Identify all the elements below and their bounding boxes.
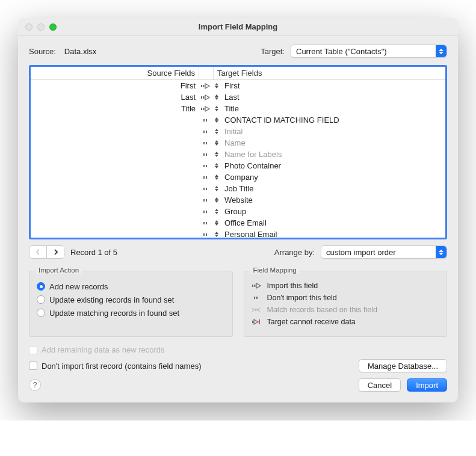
svg-rect-26 xyxy=(203,233,205,236)
mapping-row[interactable]: CONTACT ID MATCHING FIELD xyxy=(31,114,445,126)
svg-rect-29 xyxy=(254,285,255,287)
mapping-arrow-icon[interactable] xyxy=(199,140,214,147)
mapping-row[interactable]: Company xyxy=(31,171,445,183)
mapping-arrow-icon[interactable] xyxy=(199,197,214,204)
svg-rect-24 xyxy=(203,222,205,224)
radio-update-existing-label: Update existing records in found set xyxy=(49,295,174,304)
target-field-cell: Job Title xyxy=(222,184,445,193)
mapping-arrow-icon[interactable] xyxy=(199,105,214,112)
svg-rect-19 xyxy=(206,188,207,190)
mapping-arrow-icon[interactable] xyxy=(199,231,214,238)
reorder-handle-icon[interactable] xyxy=(214,152,222,157)
legend-import-icon xyxy=(252,282,267,289)
svg-rect-31 xyxy=(256,297,258,299)
mapping-row[interactable]: Office Email xyxy=(31,217,445,229)
svg-rect-5 xyxy=(203,108,205,110)
target-field-cell: Title xyxy=(222,104,445,113)
target-field-cell: Name xyxy=(222,138,445,147)
legend-blocked-icon xyxy=(252,318,267,325)
mapping-row[interactable]: Photo Container xyxy=(31,160,445,171)
legend-skip-icon xyxy=(252,294,267,301)
mapping-arrow-icon[interactable] xyxy=(199,220,214,227)
svg-rect-10 xyxy=(203,142,205,144)
radio-update-existing[interactable] xyxy=(37,295,45,304)
mapping-row[interactable]: Initial xyxy=(31,126,445,137)
record-next-button[interactable] xyxy=(47,246,64,258)
radio-add-new-label: Add new records xyxy=(49,282,108,291)
reorder-handle-icon[interactable] xyxy=(214,129,222,134)
mapping-row[interactable]: Website xyxy=(31,194,445,206)
reorder-handle-icon[interactable] xyxy=(214,174,222,180)
target-select[interactable]: Current Table ("Contacts") xyxy=(291,45,447,58)
mapping-arrow-icon[interactable] xyxy=(199,185,214,193)
legend-import-label: Import this field xyxy=(267,282,318,290)
manage-database-button[interactable]: Manage Database... xyxy=(359,359,447,372)
svg-rect-18 xyxy=(203,188,205,190)
legend-match-label: Match records based on this field xyxy=(267,306,377,314)
target-field-cell: Office Email xyxy=(222,218,445,227)
svg-rect-34 xyxy=(252,321,253,323)
mapping-arrow-icon[interactable] xyxy=(199,128,214,135)
import-button[interactable]: Import xyxy=(407,378,447,392)
cancel-button[interactable]: Cancel xyxy=(359,378,401,392)
mapping-arrow-icon[interactable] xyxy=(199,151,214,158)
svg-rect-12 xyxy=(203,153,205,156)
reorder-handle-icon[interactable] xyxy=(214,163,222,168)
arrange-by-select[interactable]: custom import order xyxy=(321,245,447,259)
mapping-arrow-icon[interactable] xyxy=(199,82,214,90)
target-label: Target: xyxy=(261,47,285,56)
source-field-cell: First xyxy=(31,81,199,90)
svg-rect-7 xyxy=(206,119,207,122)
mapping-arrow-icon[interactable] xyxy=(199,174,214,181)
help-button[interactable]: ? xyxy=(29,379,41,391)
mapping-arrow-icon[interactable] xyxy=(199,94,214,101)
reorder-handle-icon[interactable] xyxy=(214,94,222,100)
target-field-cell: CONTACT ID MATCHING FIELD xyxy=(222,116,445,125)
svg-rect-9 xyxy=(206,131,207,133)
radio-add-new[interactable] xyxy=(37,282,45,291)
legend-skip-label: Don't import this field xyxy=(267,294,337,302)
mapping-row[interactable]: Name xyxy=(31,137,445,149)
mapping-row[interactable]: Personal Email xyxy=(31,229,445,238)
svg-rect-27 xyxy=(206,233,207,236)
legend-match-icon xyxy=(252,306,267,313)
reorder-handle-icon[interactable] xyxy=(214,186,222,191)
svg-rect-1 xyxy=(203,85,205,87)
reorder-handle-icon[interactable] xyxy=(214,209,222,214)
svg-rect-22 xyxy=(203,211,205,213)
dont-import-first-checkbox[interactable] xyxy=(29,362,37,370)
reorder-handle-icon[interactable] xyxy=(214,220,222,226)
reorder-handle-icon[interactable] xyxy=(214,106,222,111)
source-field-cell: Title xyxy=(31,104,199,113)
mapping-row[interactable]: LastLast xyxy=(31,91,445,103)
svg-rect-14 xyxy=(203,165,205,167)
target-field-cell: First xyxy=(222,81,445,90)
mapping-row[interactable]: Job Title xyxy=(31,183,445,194)
reorder-handle-icon[interactable] xyxy=(214,197,222,203)
mapping-arrow-icon[interactable] xyxy=(199,208,214,215)
record-prev-button[interactable] xyxy=(29,246,46,258)
reorder-handle-icon[interactable] xyxy=(214,232,222,237)
svg-rect-3 xyxy=(203,96,205,99)
svg-rect-8 xyxy=(203,131,205,133)
mapping-row[interactable]: Group xyxy=(31,206,445,217)
svg-rect-6 xyxy=(203,119,205,122)
mapping-arrow-icon[interactable] xyxy=(199,162,214,170)
radio-update-matching[interactable] xyxy=(37,309,45,317)
mapping-row[interactable]: Name for Labels xyxy=(31,149,445,160)
field-mapping-list[interactable]: Source Fields Target Fields FirstFirstLa… xyxy=(29,65,447,239)
target-field-cell: Last xyxy=(222,93,445,102)
svg-rect-20 xyxy=(203,199,205,202)
mapping-arrow-icon[interactable] xyxy=(199,117,214,124)
target-field-cell: Company xyxy=(222,173,445,182)
reorder-handle-icon[interactable] xyxy=(214,117,222,123)
mapping-row[interactable]: TitleTitle xyxy=(31,103,445,114)
reorder-handle-icon[interactable] xyxy=(214,83,222,88)
column-header-target[interactable]: Target Fields xyxy=(214,67,445,79)
target-field-cell: Group xyxy=(222,207,445,216)
target-select-value: Current Table ("Contacts") xyxy=(296,47,436,56)
mapping-row[interactable]: FirstFirst xyxy=(31,80,445,91)
svg-rect-11 xyxy=(206,142,207,144)
column-header-source[interactable]: Source Fields xyxy=(31,67,199,79)
reorder-handle-icon[interactable] xyxy=(214,140,222,146)
